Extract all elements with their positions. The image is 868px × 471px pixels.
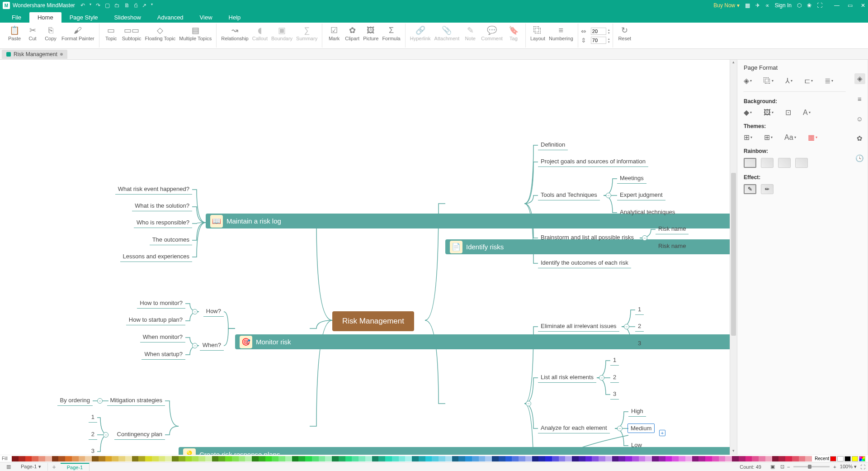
settings-icon[interactable]: ⬡ [797,2,802,9]
v-spacing-field[interactable]: ⇕▴▾ [581,37,610,44]
reset-button[interactable]: ↻Reset [616,24,634,42]
leaf-when[interactable]: When? [200,341,224,351]
floating-topic-button[interactable]: ◇Floating Topic [143,24,178,42]
page-tab[interactable]: Page-1 ▾ [14,463,48,471]
tab-page-style[interactable]: Page Style [61,12,106,23]
leaf-byordering[interactable]: By ordering [57,396,93,406]
effect-pencil-icon[interactable]: ✎ [744,184,756,194]
topic-button[interactable]: ▭Topic [102,24,120,42]
pages-icon[interactable]: ▥ [3,464,14,470]
branch-monitor[interactable]: 🎯 Monitor risk [235,334,730,349]
collapse-toggle[interactable]: − [97,398,103,404]
leaf[interactable]: Project goals and sources of information [538,157,648,167]
collapse-toggle[interactable]: − [606,193,611,198]
theme-palette-icon[interactable]: ▦▾ [808,133,817,142]
hyperlink-button[interactable]: 🔗Hyperlink [408,24,433,42]
rainbow-swatch-3[interactable] [778,158,791,168]
zoom-out-button[interactable]: − [787,464,790,470]
scroll-up-icon[interactable]: ▴ [730,60,737,66]
leaf[interactable]: How to monitor? [137,299,185,309]
tag-button[interactable]: 🔖Tag [505,24,523,42]
zoom-level[interactable]: 100% ▾ [840,464,857,470]
collapse-toggle[interactable]: − [192,309,198,314]
scroll-thumb[interactable] [731,173,736,336]
recent-swatch[interactable] [837,456,844,461]
close-icon[interactable]: ✕ [861,2,865,9]
leaf[interactable]: Lessons and experiences [120,252,192,262]
rainbow-swatch-1[interactable] [744,158,756,168]
h-spacing-field[interactable]: ⇔▴▾ [581,28,610,35]
leaf[interactable]: Low [628,441,645,451]
panel-tab-clipart[interactable]: ✿ [854,133,865,144]
tab-help[interactable]: Help [221,12,249,23]
tab-advanced[interactable]: Advanced [149,12,192,23]
page-tab-active[interactable]: Page-1 [61,463,90,471]
cut-button[interactable]: ✂Cut [24,24,42,42]
share-icon[interactable]: ∝ [765,2,769,9]
leaf[interactable]: 3 [610,390,619,400]
comment-button[interactable]: 💬Comment [479,24,505,42]
leaf[interactable]: What is the solution? [132,201,192,211]
bg-image-icon[interactable]: 🖼▾ [764,109,774,117]
rainbow-swatch-2[interactable] [761,158,774,168]
leaf[interactable]: How to startup plan? [126,315,185,325]
relationship-button[interactable]: ↝Relationship [219,24,250,42]
leaf-mitigation[interactable]: Mitigation strategies [107,396,165,406]
leaf[interactable]: List all risk elements [538,373,596,383]
send-icon[interactable]: ✈ [755,2,760,9]
leaf[interactable]: 2 [635,322,644,332]
fullscreen-toggle-icon[interactable]: ⛶ [860,464,865,470]
scroll-down-icon[interactable]: ▾ [730,448,737,455]
panel-tab-icon[interactable]: ☺ [854,113,865,124]
zoom-slider[interactable] [793,466,830,467]
collapse-toggle[interactable]: − [624,324,629,329]
new-icon[interactable]: ▢ [105,2,110,9]
tab-file[interactable]: File [4,12,29,23]
fit-page-icon[interactable]: ⊡ [780,464,784,470]
leaf-selected[interactable]: Medium [627,423,655,433]
leaf[interactable]: Definition [538,140,568,150]
line-style-icon[interactable]: ⊏▾ [804,76,813,85]
picture-button[interactable]: 🖼Picture [361,24,380,42]
callout-button[interactable]: ◖Callout [250,24,269,42]
collapse-toggle[interactable]: − [526,401,531,406]
tab-home[interactable]: Home [29,12,61,23]
watermark-icon[interactable]: A▾ [803,109,811,117]
save-icon[interactable]: 🗎 [124,2,130,9]
view-mode-icon[interactable]: ▣ [770,464,775,470]
leaf[interactable]: Risk name [656,242,689,252]
collapse-toggle[interactable]: − [642,235,647,241]
panel-tab-history[interactable]: 🕓 [854,153,865,164]
effect-brush-icon[interactable]: ✏ [761,184,774,194]
export-icon[interactable]: ↗ [142,2,146,9]
boundary-button[interactable]: ▣Boundary [269,24,294,42]
leaf[interactable]: Risk name [656,224,689,234]
color-picker-icon[interactable] [859,456,865,461]
leaf[interactable]: 3 [89,447,97,455]
multiple-topics-button[interactable]: ▤Multiple Topics [177,24,213,42]
document-tab[interactable]: Risk Management [2,50,67,59]
undo-icon[interactable]: ↶ [80,2,85,9]
clipart-button[interactable]: ✿Clipart [343,24,361,42]
note-button[interactable]: ✎Note [461,24,479,42]
root-node[interactable]: Risk Management [332,311,414,331]
redo-icon[interactable]: ↷ [96,2,100,9]
layout-button[interactable]: ⿻Layout [528,24,547,42]
open-icon[interactable]: 🗀 [114,2,120,9]
vertical-scrollbar[interactable]: ▴ ▾ [730,60,737,455]
panel-tab-outline[interactable]: ≡ [854,93,865,104]
tab-view[interactable]: View [192,12,221,23]
zoom-in-button[interactable]: + [833,464,836,470]
fullscreen-icon[interactable]: ⛶ [817,2,822,9]
layout-style-icon[interactable]: ◈▾ [744,76,752,85]
collapse-toggle[interactable]: − [192,343,198,348]
leaf[interactable]: Analytical techniques [617,208,678,218]
add-subtopic-button[interactable]: + [659,430,665,436]
recent-swatch[interactable] [844,456,851,461]
leaf-contingency[interactable]: Contingency plan [114,430,165,440]
help-icon[interactable]: ❀ [807,2,811,9]
rainbow-swatch-4[interactable] [795,158,808,168]
leaf[interactable]: 3 [635,339,644,349]
leaf[interactable]: Eliminate all irrelevant issues [538,322,619,332]
formula-button[interactable]: ΣFormula [380,24,402,42]
